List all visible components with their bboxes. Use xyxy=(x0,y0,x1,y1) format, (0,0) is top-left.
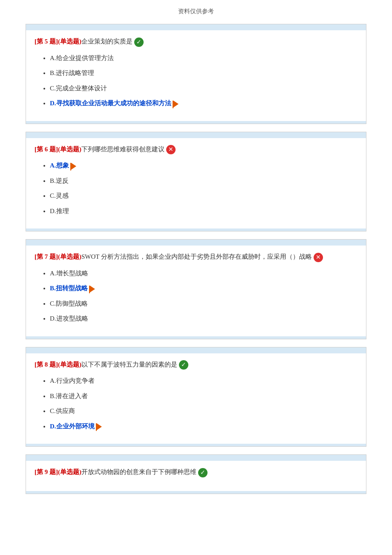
question-type: (单选题) xyxy=(58,361,81,368)
question-number: [第 7 题] xyxy=(35,253,58,260)
question-body-q7: [第 7 题](单选题)SWOT 分析方法指出，如果企业内部处于劣势且外部存在威… xyxy=(26,246,366,336)
option-label: D.推理 xyxy=(50,208,69,214)
question-footer-bar xyxy=(26,228,366,231)
question-header-bar xyxy=(26,240,366,246)
options-list-q5: A.给企业提供管理方法B.进行战略管理C.完成企业整体设计D.寻找获取企业活动最… xyxy=(35,53,357,109)
question-block-q5: [第 5 题](单选题)企业策划的实质是✓A.给企业提供管理方法B.进行战略管理… xyxy=(26,24,366,124)
question-type: (单选题) xyxy=(58,146,81,153)
option-item[interactable]: B.扭转型战略 xyxy=(50,283,357,294)
question-footer-bar xyxy=(26,121,366,124)
options-list-q8: A.行业内竞争者B.潜在进入者C.供应商D.企业外部环境 xyxy=(35,376,357,432)
question-header-bar xyxy=(26,132,366,138)
option-label: D.寻找获取企业活动最大成功的途径和方法 xyxy=(50,100,171,107)
option-label: B.逆反 xyxy=(50,177,69,184)
question-type: (单选题) xyxy=(58,253,81,260)
question-title-q9: [第 9 题](单选题)开放式动物园的创意来自于下例哪种思维✓ xyxy=(35,467,357,477)
option-label: D.企业外部环境 xyxy=(50,423,95,430)
question-text: SWOT 分析方法指出，如果企业内部处于劣势且外部存在威胁时，应采用（）战略 xyxy=(81,253,312,260)
question-title-q7: [第 7 题](单选题)SWOT 分析方法指出，如果企业内部处于劣势且外部存在威… xyxy=(35,251,357,262)
option-item[interactable]: D.企业外部环境 xyxy=(50,421,357,432)
question-type: (单选题) xyxy=(58,38,81,45)
option-item[interactable]: A.想象 xyxy=(50,160,357,171)
content-wrapper: www.zixin.com.cn [第 5 题](单选题)企业策划的实质是✓A.… xyxy=(0,20,392,510)
option-label: C.灵感 xyxy=(50,192,69,199)
question-title-q8: [第 8 题](单选题)以下不属于波特五力量的因素的是✓ xyxy=(35,359,357,370)
question-body-q9: [第 9 题](单选题)开放式动物园的创意来自于下例哪种思维✓ xyxy=(26,461,366,491)
option-label: B.进行战略管理 xyxy=(50,69,94,76)
option-label: A.想象 xyxy=(50,162,69,169)
question-title-q5: [第 5 题](单选题)企业策划的实质是✓ xyxy=(35,36,357,47)
question-text: 企业策划的实质是 xyxy=(81,38,133,45)
option-item[interactable]: D.进攻型战略 xyxy=(50,313,357,324)
question-number: [第 8 题] xyxy=(35,361,58,368)
option-label: B.潜在进入者 xyxy=(50,393,88,399)
question-header-bar xyxy=(26,24,366,30)
question-text: 以下不属于波特五力量的因素的是 xyxy=(81,361,177,368)
question-text: 下列哪些思维难获得创意建议 xyxy=(81,146,164,153)
correct-icon: ✓ xyxy=(134,38,144,47)
option-label: B.扭转型战略 xyxy=(50,285,88,292)
option-item[interactable]: A.增长型战略 xyxy=(50,268,357,279)
option-item[interactable]: D.推理 xyxy=(50,206,357,217)
question-body-q8: [第 8 题](单选题)以下不属于波特五力量的因素的是✓A.行业内竞争者B.潜在… xyxy=(26,353,366,444)
questions-container: [第 5 题](单选题)企业策划的实质是✓A.给企业提供管理方法B.进行战略管理… xyxy=(26,24,366,494)
question-body-q6: [第 6 题](单选题)下列哪些思维难获得创意建议✕A.想象B.逆反C.灵感D.… xyxy=(26,138,366,229)
options-list-q6: A.想象B.逆反C.灵感D.推理 xyxy=(35,160,357,217)
option-label: C.供应商 xyxy=(50,408,75,414)
option-label: A.增长型战略 xyxy=(50,270,88,277)
option-label: A.行业内竞争者 xyxy=(50,377,95,384)
question-number: [第 6 题] xyxy=(35,146,58,153)
question-number: [第 9 题] xyxy=(35,468,58,475)
wrong-icon: ✕ xyxy=(314,253,323,262)
option-item[interactable]: C.防御型战略 xyxy=(50,298,357,309)
option-item[interactable]: C.供应商 xyxy=(50,406,357,417)
question-block-q7: [第 7 题](单选题)SWOT 分析方法指出，如果企业内部处于劣势且外部存在威… xyxy=(26,239,366,339)
question-text: 开放式动物园的创意来自于下例哪种思维 xyxy=(81,468,196,475)
question-block-q6: [第 6 题](单选题)下列哪些思维难获得创意建议✕A.想象B.逆反C.灵感D.… xyxy=(26,132,366,232)
question-header-bar xyxy=(26,455,366,461)
options-list-q7: A.增长型战略B.扭转型战略C.防御型战略D.进攻型战略 xyxy=(35,268,357,324)
option-item[interactable]: B.逆反 xyxy=(50,176,357,187)
question-block-q8: [第 8 题](单选题)以下不属于波特五力量的因素的是✓A.行业内竞争者B.潜在… xyxy=(26,347,366,447)
question-body-q5: [第 5 题](单选题)企业策划的实质是✓A.给企业提供管理方法B.进行战略管理… xyxy=(26,30,366,121)
option-label: A.给企业提供管理方法 xyxy=(50,55,114,61)
watermark-notice: 资料仅供参考 xyxy=(178,8,214,14)
option-label: D.进攻型战略 xyxy=(50,315,88,322)
option-label: C.完成企业整体设计 xyxy=(50,85,107,92)
question-footer-bar xyxy=(26,336,366,339)
option-item[interactable]: D.寻找获取企业活动最大成功的途径和方法 xyxy=(50,98,357,109)
question-block-q9: [第 9 题](单选题)开放式动物园的创意来自于下例哪种思维✓ xyxy=(26,454,366,494)
option-item[interactable]: C.灵感 xyxy=(50,191,357,202)
option-item[interactable]: A.行业内竞争者 xyxy=(50,376,357,387)
question-footer-bar xyxy=(26,491,366,494)
page-header: 资料仅供参考 xyxy=(0,0,392,20)
correct-icon: ✓ xyxy=(179,360,188,370)
option-label: C.防御型战略 xyxy=(50,300,88,307)
option-item[interactable]: B.进行战略管理 xyxy=(50,68,357,79)
correct-icon: ✓ xyxy=(198,468,208,477)
question-type: (单选题) xyxy=(58,468,81,475)
option-item[interactable]: A.给企业提供管理方法 xyxy=(50,53,357,64)
question-footer-bar xyxy=(26,444,366,446)
question-number: [第 5 题] xyxy=(35,38,58,45)
wrong-icon: ✕ xyxy=(166,145,176,154)
question-title-q6: [第 6 题](单选题)下列哪些思维难获得创意建议✕ xyxy=(35,144,357,155)
option-item[interactable]: B.潜在进入者 xyxy=(50,391,357,402)
question-header-bar xyxy=(26,347,366,353)
option-item[interactable]: C.完成企业整体设计 xyxy=(50,83,357,94)
